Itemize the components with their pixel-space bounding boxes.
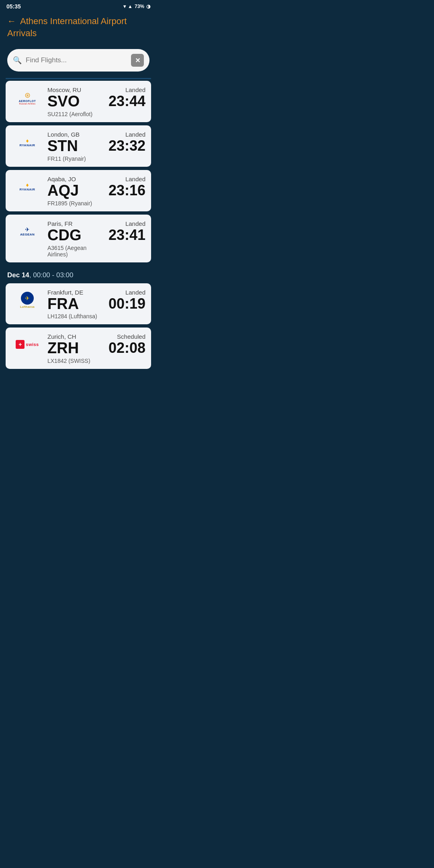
wifi-icon: ▾ <box>123 4 126 9</box>
section-dec14: Dec 14, 00:00 - 03:00 Lufthansa Frankfur… <box>6 266 151 369</box>
airline-logo-aeroflot: ⊛ AEROFLOT Russian Airlines <box>11 86 43 110</box>
status-bar: 05:35 ▾ ▲ 73% ◑ <box>0 0 157 12</box>
status-icons: ▾ ▲ 73% ◑ <box>123 4 150 9</box>
flight-iata: STN <box>47 138 104 155</box>
battery-percent: 73% <box>135 4 144 9</box>
flight-iata: ZRH <box>47 340 104 357</box>
flight-iata: CDG <box>47 227 104 244</box>
flight-time: 23:44 <box>108 93 145 109</box>
flight-card[interactable]: Lufthansa Frankfurt, DE Landed FRA 00:19… <box>6 283 151 325</box>
flight-status: Landed <box>108 175 145 182</box>
airline-logo-ryanair2: ♦ RYANAIR <box>11 175 43 199</box>
flight-iata: SVO <box>47 93 104 110</box>
flight-status: Landed <box>108 86 145 93</box>
flight-origin: Aqaba, JO <box>47 175 104 182</box>
flight-number: FR1895 (Ryanair) <box>47 199 104 207</box>
airline-logo-aegean: ✈ AEGEAN <box>11 219 43 244</box>
airline-logo-lufthansa: Lufthansa <box>11 288 43 312</box>
flight-time: 23:32 <box>108 138 145 154</box>
signal-icon: ▲ <box>128 4 133 9</box>
flight-time: 02:08 <box>108 340 145 356</box>
flight-status: Landed <box>108 219 145 227</box>
status-time: 05:35 <box>6 3 21 10</box>
airline-logo-ryanair: ♦ RYANAIR <box>11 130 43 154</box>
search-bar: 🔍 ✕ <box>7 49 149 72</box>
time-group-label: Dec 14, 00:00 - 03:00 <box>6 266 151 283</box>
flight-iata: AQJ <box>47 182 104 199</box>
flight-card[interactable]: ♦ RYANAIR London, GB Landed STN 23:32 FR… <box>6 125 151 167</box>
flight-time: 23:41 <box>108 227 145 243</box>
header-top: ← Athens International Airport <box>7 16 149 27</box>
flight-origin: Paris, FR <box>47 219 104 227</box>
flight-number: FR11 (Ryanair) <box>47 155 104 162</box>
header: ← Athens International Airport Arrivals <box>0 12 157 45</box>
time-group-date: Dec 14 <box>7 271 29 279</box>
airport-title: Athens International Airport <box>20 16 127 27</box>
section-prev: ⊛ AEROFLOT Russian Airlines Moscow, RU L… <box>6 81 151 262</box>
flight-origin: London, GB <box>47 130 104 138</box>
back-button[interactable]: ← <box>7 17 16 26</box>
flight-number: LH1284 (Lufthansa) <box>47 312 104 319</box>
airline-logo-swiss: + swiss <box>11 332 43 356</box>
search-clear-button[interactable]: ✕ <box>131 54 144 67</box>
time-group-range: , 00:00 - 03:00 <box>29 271 74 279</box>
search-icon: 🔍 <box>13 56 22 65</box>
flight-card[interactable]: + swiss Zurich, CH Scheduled ZRH 02:08 L… <box>6 328 151 369</box>
flight-list: ⊛ AEROFLOT Russian Airlines Moscow, RU L… <box>0 78 157 369</box>
flight-number: SU2112 (Aeroflot) <box>47 110 104 117</box>
flight-card[interactable]: ⊛ AEROFLOT Russian Airlines Moscow, RU L… <box>6 81 151 122</box>
flight-card[interactable]: ♦ RYANAIR Aqaba, JO Landed AQJ 23:16 FR1… <box>6 170 151 211</box>
flight-status: Landed <box>108 130 145 138</box>
flight-time: 23:16 <box>108 182 145 199</box>
flight-number: A3615 (Aegean Airlines) <box>47 244 104 258</box>
flight-origin: Moscow, RU <box>47 86 104 93</box>
page-subtitle: Arrivals <box>7 28 149 39</box>
battery-icon: ◑ <box>146 4 150 9</box>
flight-status: Scheduled <box>108 332 145 340</box>
flight-origin: Frankfurt, DE <box>47 288 104 296</box>
flight-status: Landed <box>108 288 145 296</box>
flight-number: LX1842 (SWISS) <box>47 357 104 364</box>
flight-iata: FRA <box>47 296 104 313</box>
flight-time: 00:19 <box>108 296 145 312</box>
flight-card[interactable]: ✈ AEGEAN Paris, FR Landed CDG 23:41 A361… <box>6 215 151 262</box>
section-divider-top <box>6 78 151 79</box>
search-input[interactable] <box>26 56 127 64</box>
flight-origin: Zurich, CH <box>47 332 104 340</box>
search-container: 🔍 ✕ <box>0 45 157 78</box>
